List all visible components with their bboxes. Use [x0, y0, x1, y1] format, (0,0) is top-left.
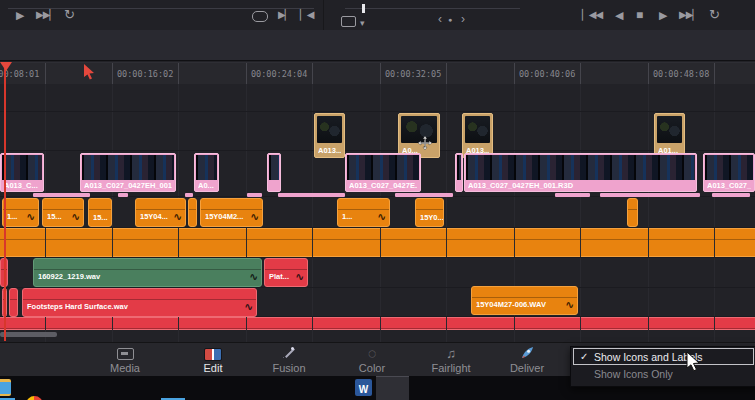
clip-label-bar: A013_C... [1, 179, 43, 191]
clip-thumbnail [82, 155, 174, 180]
media-page-icon [117, 348, 134, 360]
clip-label-bar: A013... [315, 144, 344, 157]
video-clip-v1[interactable]: A013_C027_0427EH_001.R3D [703, 153, 755, 192]
video-clip-v1[interactable]: A013_C027_0427EH_001.... [80, 153, 176, 192]
clip-label: Plat... [269, 272, 294, 281]
play-to-end-icon[interactable]: ▶▏ [278, 10, 291, 20]
loop-playback-icon[interactable]: ↻ [64, 8, 74, 21]
video-clip-v2[interactable]: A013... [462, 113, 493, 158]
audio-clip-a2-long[interactable] [0, 228, 755, 257]
jog-dot-icon[interactable]: ● [448, 16, 451, 23]
video-clip-v1[interactable]: A013_C... [0, 153, 44, 192]
clip-label-bar [628, 222, 637, 226]
audio-clip-a1[interactable]: 15...∿ [42, 198, 84, 227]
page-tab-media[interactable]: Media [85, 346, 165, 374]
audio-clip-a1[interactable]: 15... [88, 198, 112, 227]
clip-label-bar: 15Y04M27-006.WAV∿ [472, 299, 577, 314]
audio-clip-a3[interactable]: Plat...∿ [264, 258, 308, 287]
page-tab-deliver[interactable]: Deliver [487, 346, 567, 374]
clip-label-bar: 15...∿ [43, 211, 83, 226]
loop-playback-icon-right[interactable]: ↻ [709, 8, 719, 21]
playhead[interactable] [4, 62, 6, 341]
timeline-ruler[interactable]: 00:00:08:0100:00:16:0200:00:24:0400:00:3… [0, 62, 755, 86]
page-tab-edit[interactable]: Edit [173, 346, 253, 374]
video-clip-v1[interactable]: A0... [194, 153, 219, 192]
deliver-page-icon [520, 346, 534, 360]
clip-label: 1... [342, 212, 376, 221]
checkmark-icon: ✓ [580, 351, 594, 362]
go-to-end-icon[interactable]: ▶▶▏ [679, 10, 699, 20]
track-separator [0, 227, 755, 228]
viewer-jog-handle[interactable] [362, 4, 365, 13]
audio-clip-a5-long[interactable] [0, 317, 755, 330]
audio-clip-a4[interactable]: 15Y04M27-006.WAV∿ [471, 286, 578, 315]
waveform-icon: ∿ [296, 271, 304, 282]
page-tab-fairlight[interactable]: ♫Fairlight [411, 346, 491, 374]
video-clip-v1[interactable] [455, 153, 463, 192]
selection-tool-icon[interactable] [83, 64, 96, 80]
waveform-icon: ∿ [245, 301, 253, 312]
context-menu-item[interactable]: ✓Show Icons and Labels [573, 348, 754, 365]
waveform-icon: ∿ [174, 211, 182, 222]
page-tab-label: Edit [173, 362, 253, 374]
clip-thumbnail [347, 155, 419, 180]
word-icon[interactable] [355, 379, 372, 396]
jog-right-icon[interactable]: › [461, 13, 464, 25]
stop-icon-right[interactable]: ■ [636, 9, 642, 21]
audio-clip-a1[interactable]: 1...∿ [2, 198, 39, 227]
audio-clip-a4[interactable] [9, 288, 18, 317]
play-icon-right[interactable]: ▶ [659, 10, 666, 21]
video-clip-v1[interactable]: A013_C027_0427EH_001.R3D [464, 153, 697, 192]
viewer-mode-caret-icon[interactable]: ▾ [360, 19, 364, 28]
page-tab-fusion[interactable]: Fusion [249, 346, 329, 374]
file-explorer-icon[interactable] [0, 379, 11, 396]
fairlight-page-icon: ♫ [446, 346, 456, 361]
clip-thumbnail [657, 116, 682, 143]
ruler-tick [648, 63, 649, 85]
audio-clip-a1[interactable] [188, 198, 197, 227]
audio-clip-a3[interactable]: 160922_1219.wav∿ [33, 258, 262, 287]
clip-label: 15Y0... [420, 213, 444, 222]
play-icon[interactable]: ▶ [16, 10, 23, 21]
video-clip-v2[interactable]: A01... [654, 113, 685, 158]
timeline-horizontal-scrollbar[interactable] [0, 332, 57, 337]
loop-range-icon[interactable] [252, 11, 268, 22]
audio-clip-a1[interactable]: 1...∿ [337, 198, 390, 227]
audio-clip-a4[interactable]: Footsteps Hard Surface.wav∿ [22, 288, 257, 317]
waveform-icon: ∿ [72, 211, 80, 222]
page-tab-color[interactable]: ◌Color [332, 346, 412, 374]
playhead-marker[interactable] [0, 62, 12, 71]
fast-forward-icon[interactable]: ▶▶▏ [36, 10, 56, 20]
chrome-icon[interactable] [26, 396, 43, 400]
ruler-tick [112, 63, 113, 85]
ruler-tick [446, 63, 447, 85]
context-menu-item[interactable]: Show Icons Only [571, 365, 755, 382]
ruler-tick [714, 63, 715, 85]
active-app-highlight [376, 376, 409, 400]
timeline-gridline [312, 84, 313, 342]
clip-label: A013_C... [4, 181, 40, 190]
clip-label-bar: 160922_1219.wav∿ [34, 271, 261, 286]
play-from-start-icon[interactable]: ▏◀ [300, 10, 313, 20]
fusion-page-icon [282, 346, 296, 359]
viewer-mode-icon[interactable] [341, 16, 356, 27]
video-clip-v2[interactable]: A013... [314, 113, 345, 158]
clip-thumbnail [457, 155, 461, 180]
video-clip-v1[interactable] [267, 153, 281, 192]
play-reverse-icon[interactable]: ◀ [615, 10, 622, 21]
timeline-gridline [446, 84, 447, 342]
ruler-timecode: 00:00:24:04 [251, 69, 307, 79]
jog-left-icon[interactable]: ‹ [438, 13, 441, 25]
audio-clip-a1[interactable]: 15Y04...∿ [135, 198, 186, 227]
go-to-start-icon[interactable]: ▏◀◀ [582, 10, 602, 20]
clip-thumbnail [196, 155, 217, 180]
clip-thumbnail [2, 155, 42, 180]
ruler-tick [312, 63, 313, 85]
clip-label-bar [456, 179, 462, 191]
audio-clip-a1[interactable]: 15Y0... [415, 198, 444, 227]
audio-clip-a1[interactable] [627, 198, 638, 227]
clip-label-bar: A013_C027_0427EH_001.... [81, 179, 175, 191]
viewer-jog-bar-right[interactable] [345, 8, 520, 9]
audio-clip-a1[interactable]: 15Y04M2...∿ [200, 198, 263, 227]
video-clip-v1[interactable]: A013_C027_0427E... [345, 153, 421, 192]
